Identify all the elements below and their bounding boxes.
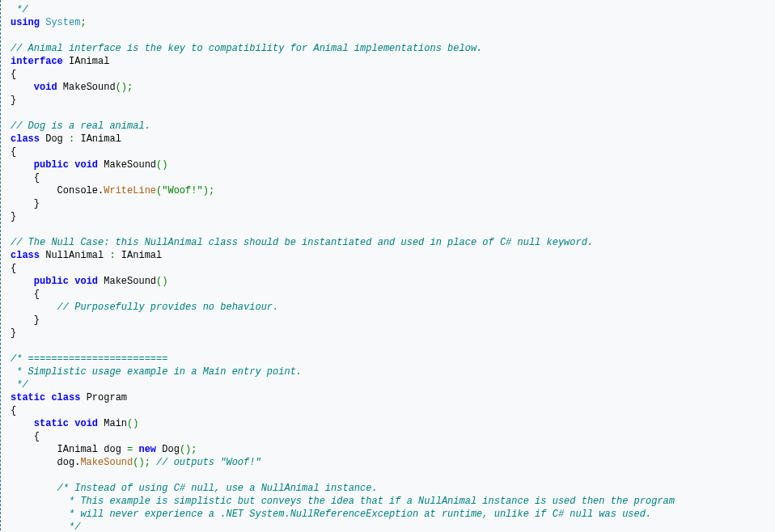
comment-blk3: * will never experience a .NET System.Nu… [63, 509, 651, 520]
string-woof: "Woof!" [162, 185, 202, 196]
brace-close: } [11, 211, 16, 222]
kw-public: public [34, 159, 69, 171]
type-program: Program [87, 392, 127, 403]
brace-close: } [11, 327, 16, 339]
parens: () [156, 159, 167, 171]
brace-close: } [34, 198, 40, 209]
semi: ; [191, 444, 197, 455]
comment-sep2: * Simplistic usage example in a Main ent… [11, 366, 302, 378]
kw-class: class [11, 133, 40, 145]
kw-void: void [74, 418, 98, 429]
comment-sep3: */ [11, 379, 28, 391]
op-eq: = [121, 444, 139, 455]
colon: : [63, 133, 81, 145]
brace-open: { [11, 263, 16, 274]
brace-open: { [11, 146, 16, 158]
comment-dog: // Dog is a real animal. [11, 120, 150, 132]
comment-nullcase: // The Null Case: this NullAnimal class … [11, 237, 593, 248]
type-ianimal: IAnimal [80, 133, 121, 145]
method-makesound: MakeSound [80, 457, 133, 468]
kw-void: void [74, 159, 98, 171]
brace-open: { [34, 431, 40, 442]
method-main: Main [104, 418, 127, 429]
comment-blk2: * This example is simplistic but conveys… [63, 496, 675, 507]
kw-new: new [138, 444, 156, 455]
type-dog: Dog [162, 444, 180, 455]
semi: ; [209, 185, 214, 196]
kw-using: using [11, 17, 40, 28]
brace-close: } [34, 315, 40, 326]
brace-open: { [11, 69, 16, 80]
comment-close: */ [11, 4, 28, 15]
semi: ; [80, 17, 86, 28]
comment-out-woof: // outputs "Woof!" [156, 457, 261, 468]
method-writeline: WriteLine [104, 185, 156, 196]
semi: ; [145, 457, 150, 468]
brace-open: { [34, 172, 40, 184]
method-makesound: MakeSound [63, 82, 116, 93]
kw-class: class [11, 250, 40, 261]
type-console: Console [57, 185, 98, 196]
comment-blk1: /* Instead of using C# null, use a NullA… [57, 483, 378, 494]
brace-close: } [11, 95, 16, 106]
paren-close: ) [203, 185, 209, 196]
type-system: System [45, 17, 80, 28]
type-nullanimal: NullAnimal [45, 250, 104, 261]
comment-purposeful: // Purposefully provides no behaviour. [57, 302, 279, 313]
kw-interface: interface [11, 56, 63, 67]
comment-iface: // Animal interface is the key to compat… [11, 43, 482, 54]
kw-public: public [34, 276, 69, 287]
comment-sep1: /* ======================== [11, 353, 167, 365]
method-makesound: MakeSound [104, 159, 156, 171]
type-ianimal: IAnimal [69, 56, 109, 67]
kw-static: static [34, 418, 69, 429]
kw-void: void [34, 82, 57, 93]
type-ianimal: IAnimal [57, 444, 98, 455]
type-dog: Dog [45, 133, 63, 145]
method-makesound: MakeSound [104, 276, 156, 287]
parens: () [156, 276, 167, 287]
kw-void: void [74, 276, 98, 287]
parens: () [127, 418, 138, 429]
code-block: */ using System; // Animal interface is … [11, 3, 765, 532]
id-dog: dog [57, 457, 75, 468]
type-ianimal: IAnimal [121, 250, 162, 261]
brace-open: { [34, 289, 40, 300]
parens: () [133, 457, 144, 468]
semi: ; [127, 82, 133, 93]
kw-class: class [51, 392, 80, 403]
brace-open: { [11, 405, 16, 416]
comment-blk4: */ [63, 521, 81, 532]
colon: : [104, 250, 121, 261]
id-dog: dog [104, 444, 121, 455]
parens: () [116, 82, 127, 93]
parens: () [180, 444, 191, 455]
kw-static: static [11, 392, 45, 403]
